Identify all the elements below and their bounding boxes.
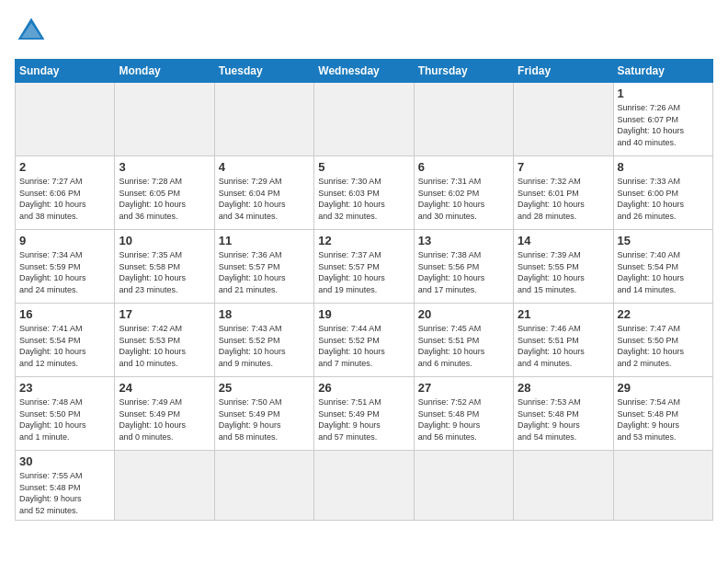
- calendar-week-2: 2Sunrise: 7:27 AM Sunset: 6:06 PM Daylig…: [16, 156, 713, 230]
- col-header-monday: Monday: [115, 60, 214, 83]
- calendar-week-3: 9Sunrise: 7:34 AM Sunset: 5:59 PM Daylig…: [16, 230, 713, 304]
- day-info: Sunrise: 7:40 AM Sunset: 5:54 PM Dayligh…: [618, 249, 709, 295]
- col-header-wednesday: Wednesday: [314, 60, 414, 83]
- day-number: 5: [318, 160, 409, 174]
- calendar-cell: [314, 451, 414, 521]
- calendar-cell: 27Sunrise: 7:52 AM Sunset: 5:48 PM Dayli…: [414, 377, 513, 451]
- calendar-week-1: 1Sunrise: 7:26 AM Sunset: 6:07 PM Daylig…: [16, 83, 713, 156]
- col-header-saturday: Saturday: [613, 60, 712, 83]
- calendar-cell: [16, 83, 115, 156]
- logo-icon: [15, 15, 48, 48]
- calendar-cell: 20Sunrise: 7:45 AM Sunset: 5:51 PM Dayli…: [414, 304, 513, 377]
- calendar-cell: 3Sunrise: 7:28 AM Sunset: 6:05 PM Daylig…: [115, 156, 214, 230]
- page-header: [15, 15, 713, 48]
- calendar-cell: 29Sunrise: 7:54 AM Sunset: 5:48 PM Dayli…: [613, 377, 712, 451]
- calendar-cell: 25Sunrise: 7:50 AM Sunset: 5:49 PM Dayli…: [214, 377, 313, 451]
- day-number: 8: [618, 160, 709, 174]
- day-number: 1: [618, 86, 709, 100]
- day-number: 15: [618, 234, 709, 247]
- calendar-week-6: 30Sunrise: 7:55 AM Sunset: 5:48 PM Dayli…: [16, 451, 713, 521]
- day-number: 22: [618, 307, 709, 321]
- col-header-thursday: Thursday: [414, 60, 513, 83]
- day-info: Sunrise: 7:48 AM Sunset: 5:50 PM Dayligh…: [19, 396, 110, 442]
- calendar-cell: 15Sunrise: 7:40 AM Sunset: 5:54 PM Dayli…: [613, 230, 712, 304]
- logo: [15, 15, 53, 48]
- day-number: 17: [119, 307, 210, 321]
- day-info: Sunrise: 7:35 AM Sunset: 5:58 PM Dayligh…: [119, 249, 210, 295]
- day-info: Sunrise: 7:53 AM Sunset: 5:48 PM Dayligh…: [518, 396, 609, 442]
- day-number: 27: [418, 381, 509, 395]
- day-info: Sunrise: 7:54 AM Sunset: 5:48 PM Dayligh…: [618, 396, 709, 442]
- day-info: Sunrise: 7:27 AM Sunset: 6:06 PM Dayligh…: [19, 176, 110, 222]
- day-number: 9: [19, 234, 110, 247]
- calendar-cell: 2Sunrise: 7:27 AM Sunset: 6:06 PM Daylig…: [16, 156, 115, 230]
- day-number: 11: [219, 234, 310, 247]
- calendar-cell: 13Sunrise: 7:38 AM Sunset: 5:56 PM Dayli…: [414, 230, 513, 304]
- calendar-cell: 19Sunrise: 7:44 AM Sunset: 5:52 PM Dayli…: [314, 304, 414, 377]
- calendar-cell: [414, 451, 513, 521]
- day-number: 30: [19, 454, 110, 468]
- calendar-cell: 14Sunrise: 7:39 AM Sunset: 5:55 PM Dayli…: [514, 230, 613, 304]
- day-number: 28: [518, 381, 609, 395]
- calendar-cell: 12Sunrise: 7:37 AM Sunset: 5:57 PM Dayli…: [314, 230, 414, 304]
- col-header-tuesday: Tuesday: [214, 60, 313, 83]
- calendar-cell: 8Sunrise: 7:33 AM Sunset: 6:00 PM Daylig…: [613, 156, 712, 230]
- day-number: 12: [318, 234, 409, 247]
- day-number: 2: [19, 160, 110, 174]
- day-number: 10: [119, 234, 210, 247]
- calendar-cell: 17Sunrise: 7:42 AM Sunset: 5:53 PM Dayli…: [115, 304, 214, 377]
- day-info: Sunrise: 7:31 AM Sunset: 6:02 PM Dayligh…: [418, 176, 509, 222]
- day-info: Sunrise: 7:42 AM Sunset: 5:53 PM Dayligh…: [119, 323, 210, 369]
- day-info: Sunrise: 7:30 AM Sunset: 6:03 PM Dayligh…: [318, 176, 409, 222]
- day-number: 16: [19, 307, 110, 321]
- day-number: 14: [518, 234, 609, 247]
- calendar-cell: 18Sunrise: 7:43 AM Sunset: 5:52 PM Dayli…: [214, 304, 313, 377]
- day-info: Sunrise: 7:29 AM Sunset: 6:04 PM Dayligh…: [219, 176, 310, 222]
- calendar-cell: 24Sunrise: 7:49 AM Sunset: 5:49 PM Dayli…: [115, 377, 214, 451]
- calendar-header-row: SundayMondayTuesdayWednesdayThursdayFrid…: [16, 60, 713, 83]
- calendar-cell: 23Sunrise: 7:48 AM Sunset: 5:50 PM Dayli…: [16, 377, 115, 451]
- calendar-table: SundayMondayTuesdayWednesdayThursdayFrid…: [15, 59, 713, 521]
- day-number: 24: [119, 381, 210, 395]
- calendar-cell: [514, 83, 613, 156]
- calendar-cell: 16Sunrise: 7:41 AM Sunset: 5:54 PM Dayli…: [16, 304, 115, 377]
- day-number: 19: [318, 307, 409, 321]
- calendar-cell: 5Sunrise: 7:30 AM Sunset: 6:03 PM Daylig…: [314, 156, 414, 230]
- day-number: 18: [219, 307, 310, 321]
- day-number: 20: [418, 307, 509, 321]
- calendar-week-5: 23Sunrise: 7:48 AM Sunset: 5:50 PM Dayli…: [16, 377, 713, 451]
- day-number: 6: [418, 160, 509, 174]
- day-info: Sunrise: 7:45 AM Sunset: 5:51 PM Dayligh…: [418, 323, 509, 369]
- col-header-sunday: Sunday: [16, 60, 115, 83]
- day-info: Sunrise: 7:33 AM Sunset: 6:00 PM Dayligh…: [618, 176, 709, 222]
- calendar-cell: 26Sunrise: 7:51 AM Sunset: 5:49 PM Dayli…: [314, 377, 414, 451]
- day-info: Sunrise: 7:34 AM Sunset: 5:59 PM Dayligh…: [19, 249, 110, 295]
- day-info: Sunrise: 7:47 AM Sunset: 5:50 PM Dayligh…: [618, 323, 709, 369]
- calendar-cell: 22Sunrise: 7:47 AM Sunset: 5:50 PM Dayli…: [613, 304, 712, 377]
- day-info: Sunrise: 7:46 AM Sunset: 5:51 PM Dayligh…: [518, 323, 609, 369]
- calendar-cell: 7Sunrise: 7:32 AM Sunset: 6:01 PM Daylig…: [514, 156, 613, 230]
- day-info: Sunrise: 7:26 AM Sunset: 6:07 PM Dayligh…: [618, 102, 709, 148]
- calendar-cell: 9Sunrise: 7:34 AM Sunset: 5:59 PM Daylig…: [16, 230, 115, 304]
- calendar-cell: 4Sunrise: 7:29 AM Sunset: 6:04 PM Daylig…: [214, 156, 313, 230]
- day-info: Sunrise: 7:49 AM Sunset: 5:49 PM Dayligh…: [119, 396, 210, 442]
- day-number: 26: [318, 381, 409, 395]
- day-info: Sunrise: 7:36 AM Sunset: 5:57 PM Dayligh…: [219, 249, 310, 295]
- day-info: Sunrise: 7:55 AM Sunset: 5:48 PM Dayligh…: [19, 470, 110, 516]
- calendar-cell: 1Sunrise: 7:26 AM Sunset: 6:07 PM Daylig…: [613, 83, 712, 156]
- day-info: Sunrise: 7:38 AM Sunset: 5:56 PM Dayligh…: [418, 249, 509, 295]
- calendar-cell: [214, 451, 313, 521]
- day-number: 23: [19, 381, 110, 395]
- day-info: Sunrise: 7:32 AM Sunset: 6:01 PM Dayligh…: [518, 176, 609, 222]
- day-info: Sunrise: 7:50 AM Sunset: 5:49 PM Dayligh…: [219, 396, 310, 442]
- day-info: Sunrise: 7:41 AM Sunset: 5:54 PM Dayligh…: [19, 323, 110, 369]
- calendar-cell: [613, 451, 712, 521]
- day-info: Sunrise: 7:37 AM Sunset: 5:57 PM Dayligh…: [318, 249, 409, 295]
- calendar-cell: 10Sunrise: 7:35 AM Sunset: 5:58 PM Dayli…: [115, 230, 214, 304]
- day-number: 7: [518, 160, 609, 174]
- calendar-cell: 21Sunrise: 7:46 AM Sunset: 5:51 PM Dayli…: [514, 304, 613, 377]
- day-number: 13: [418, 234, 509, 247]
- calendar-cell: [314, 83, 414, 156]
- calendar-cell: 6Sunrise: 7:31 AM Sunset: 6:02 PM Daylig…: [414, 156, 513, 230]
- day-number: 4: [219, 160, 310, 174]
